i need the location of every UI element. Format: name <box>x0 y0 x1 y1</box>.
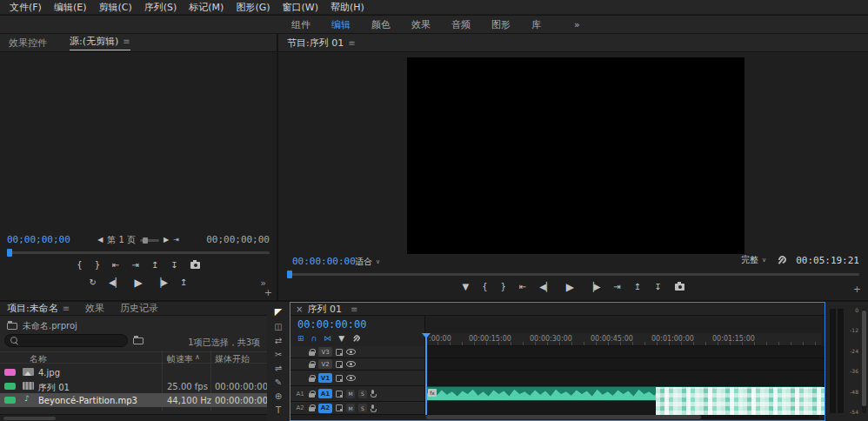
sync-lock-icon[interactable] <box>336 361 343 368</box>
menu-edit[interactable]: 编辑(E) <box>48 1 93 14</box>
add-marker-button[interactable]: ▼ <box>462 283 469 291</box>
track-target-a2[interactable]: A2 <box>318 404 332 413</box>
tab-source-monitor[interactable]: 源:(无剪辑) ≡ <box>70 35 130 50</box>
play-button[interactable]: ▶ <box>134 277 142 288</box>
sync-lock-icon[interactable] <box>336 375 343 382</box>
insert-button[interactable]: ↥ <box>151 261 158 270</box>
track-target-v1[interactable]: V1 <box>318 373 332 383</box>
label-color-chip[interactable] <box>4 397 16 404</box>
slip-tool[interactable]: ⇌ <box>275 364 282 373</box>
nest-toggle-icon[interactable]: ⊞ <box>297 335 304 343</box>
razor-tool[interactable]: ✂ <box>275 350 282 359</box>
play-button[interactable]: ▶ <box>566 282 574 292</box>
record-mic-icon[interactable] <box>371 404 376 412</box>
column-name[interactable]: 名称 <box>30 353 47 365</box>
menu-graphics[interactable]: 图形(G) <box>230 1 276 14</box>
source-playhead[interactable] <box>7 249 12 257</box>
track-target-a1[interactable]: A1 <box>318 389 332 398</box>
solo-button[interactable]: S <box>358 404 367 412</box>
mark-out-button[interactable]: } <box>95 261 100 270</box>
tab-history[interactable]: 历史记录 <box>120 302 158 315</box>
step-forward-button[interactable]: ▕▶ <box>587 283 600 291</box>
menu-help[interactable]: 帮助(H) <box>324 1 371 14</box>
program-quality-select[interactable]: 完整 ∨ <box>741 254 766 266</box>
sync-lock-icon[interactable] <box>336 404 343 411</box>
track-target-v2[interactable]: V2 <box>318 359 332 369</box>
linked-selection-icon[interactable]: ⋈ <box>324 335 331 343</box>
zoom-tool[interactable]: ⊕ <box>275 391 282 401</box>
project-row-jpg[interactable]: 4.jpg <box>0 365 267 379</box>
playhead-grip[interactable] <box>422 333 431 338</box>
mark-out-button[interactable]: } <box>501 283 506 291</box>
program-button-editor-plus[interactable]: + <box>853 284 861 295</box>
timeline-panel-menu-icon[interactable]: ≡ <box>351 304 357 314</box>
loop-button[interactable]: ↻ <box>90 278 97 287</box>
column-framerate[interactable]: 帧速率 <box>167 353 193 365</box>
ripple-edit-tool[interactable]: ⇄ <box>275 336 282 345</box>
mute-button[interactable]: M <box>346 390 355 398</box>
go-to-out-button[interactable]: ⇥ <box>131 261 138 270</box>
lift-button[interactable]: ↥ <box>634 283 641 291</box>
workspace-tab-effects[interactable]: 效果 <box>411 18 431 31</box>
project-file-row[interactable]: 未命名.prproj <box>7 320 77 332</box>
sync-lock-icon[interactable] <box>336 391 343 398</box>
timeline-timecode[interactable]: 00:00:00:00 <box>297 318 366 331</box>
timeline-ruler[interactable]: :00:00 00:00:15:00 00:00:30:00 00:00:45:… <box>425 333 821 346</box>
program-zoom-select[interactable]: 适合 ∨ <box>355 256 380 268</box>
source-patch-a1[interactable]: A1 <box>295 391 305 398</box>
label-color-chip[interactable] <box>4 369 16 376</box>
program-playhead[interactable] <box>287 271 292 278</box>
eye-icon[interactable] <box>346 361 356 367</box>
menu-file[interactable]: 文件(F) <box>3 1 48 14</box>
solo-button[interactable]: S <box>358 390 367 398</box>
page-slider[interactable] <box>140 239 159 242</box>
add-marker-icon[interactable]: ▼ <box>338 335 344 343</box>
source-panel-menu-icon[interactable]: ≡ <box>123 37 130 46</box>
tab-program-monitor[interactable]: 节目:序列 01 <box>287 37 344 50</box>
close-icon[interactable]: × <box>296 304 303 314</box>
track-target-v3[interactable]: V3 <box>318 347 332 357</box>
tab-effects[interactable]: 效果 <box>85 302 104 315</box>
menu-sequence[interactable]: 序列(S) <box>138 1 184 14</box>
page-skip-icon[interactable]: ⇥ <box>173 237 179 244</box>
project-row-audio[interactable]: ♪ Beyoncé-Partition.mp3 44,100 Hz 00:00:… <box>0 393 267 407</box>
extract-button[interactable]: ↧ <box>654 283 661 291</box>
workspace-tab-audio[interactable]: 音频 <box>451 18 471 31</box>
timeline-hscrollbar[interactable] <box>426 415 819 419</box>
program-timecode[interactable]: 00:00:00:00 <box>292 256 356 267</box>
eye-icon[interactable] <box>346 375 356 381</box>
overwrite-button[interactable]: ↧ <box>170 261 177 270</box>
mark-in-button[interactable]: { <box>482 283 487 291</box>
filter-bin-button[interactable] <box>133 336 144 347</box>
column-media-start[interactable]: 媒体开始 <box>215 353 250 365</box>
record-mic-icon[interactable] <box>371 390 376 398</box>
mark-in-button[interactable]: { <box>77 261 82 270</box>
tab-project[interactable]: 项目:未命名 ≡ <box>7 302 70 315</box>
export-frame-icon[interactable] <box>675 284 684 291</box>
menu-marker[interactable]: 标记(M) <box>183 1 230 14</box>
source-patch-a2[interactable]: A2 <box>295 404 305 411</box>
eye-icon[interactable] <box>346 349 356 355</box>
sync-lock-icon[interactable] <box>336 349 343 356</box>
go-to-in-button[interactable]: ⇤ <box>112 261 119 270</box>
lock-icon[interactable] <box>309 393 315 398</box>
source-scrub-bar[interactable] <box>7 249 270 257</box>
lock-icon[interactable] <box>309 407 315 411</box>
step-back-button[interactable]: ◀▏ <box>109 278 122 287</box>
step-back-button[interactable]: ◀▏ <box>539 283 552 291</box>
scrollbar-thumb[interactable] <box>3 417 56 420</box>
selection-tool[interactable]: ◤ <box>275 306 282 317</box>
scrollbar-thumb[interactable] <box>426 415 701 419</box>
step-forward-button[interactable]: ▕▶ <box>155 278 168 287</box>
timeline-tab-label[interactable]: 序列 01 <box>307 303 342 316</box>
workspace-tab-libraries[interactable]: 库 <box>531 18 541 31</box>
source-scrub-track[interactable] <box>7 251 270 254</box>
project-panel-menu-icon[interactable]: ≡ <box>63 304 70 313</box>
workspace-tab-color[interactable]: 颜色 <box>371 18 391 31</box>
lock-icon[interactable] <box>309 351 315 356</box>
timeline-playhead[interactable] <box>425 333 427 415</box>
go-to-in-button[interactable]: ⇤ <box>519 283 526 291</box>
workspace-tab-graphics[interactable]: 图形 <box>491 18 511 31</box>
page-next-icon[interactable]: ▶ <box>164 237 169 244</box>
label-color-chip[interactable] <box>4 383 16 390</box>
